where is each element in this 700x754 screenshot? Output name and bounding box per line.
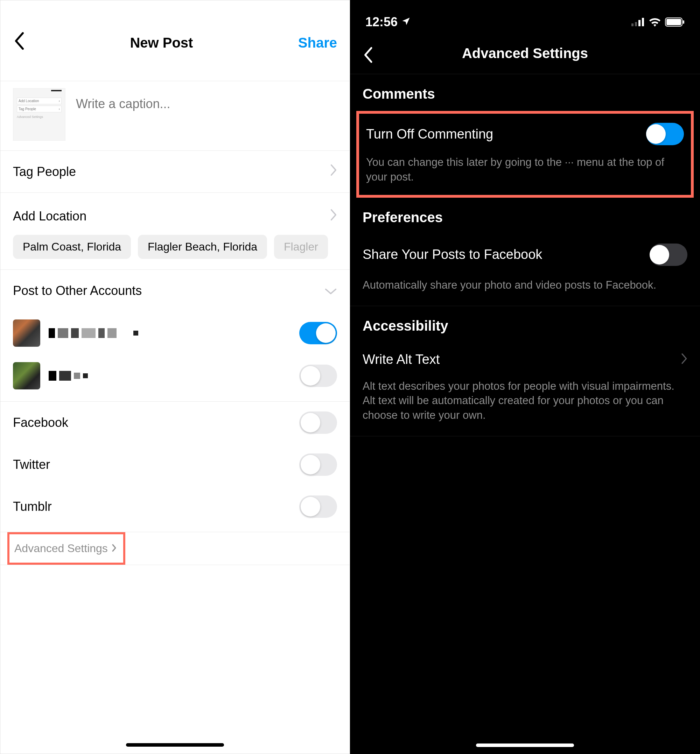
advanced-settings-section: Advanced Settings bbox=[0, 532, 350, 565]
chevron-right-icon bbox=[329, 164, 337, 180]
wifi-icon bbox=[649, 17, 661, 27]
add-location-row[interactable]: Add Location bbox=[0, 193, 350, 235]
back-button[interactable] bbox=[362, 46, 373, 65]
chevron-left-icon bbox=[13, 36, 25, 54]
advanced-settings-screen: 12:56 bbox=[350, 0, 700, 754]
share-to-facebook-toggle[interactable] bbox=[650, 244, 688, 266]
page-title: Advanced Settings bbox=[462, 45, 588, 61]
location-arrow-icon bbox=[401, 15, 411, 30]
post-other-accounts-label: Post to Other Accounts bbox=[13, 283, 142, 298]
chevron-right-icon bbox=[329, 209, 337, 224]
status-time: 12:56 bbox=[366, 15, 398, 30]
post-other-accounts-row[interactable]: Post to Other Accounts bbox=[0, 270, 350, 312]
status-bar: 12:56 bbox=[350, 0, 700, 39]
chevron-left-icon bbox=[362, 59, 373, 65]
home-indicator bbox=[126, 743, 224, 747]
write-alt-text-label: Write Alt Text bbox=[362, 352, 440, 367]
comments-section-title: Comments bbox=[350, 74, 700, 111]
tumblr-toggle[interactable] bbox=[299, 495, 337, 518]
caption-row: Add Location› Tag People› Advanced Setti… bbox=[0, 81, 350, 151]
facebook-toggle[interactable] bbox=[299, 412, 337, 434]
share-tumblr-row: Tumblr bbox=[0, 485, 350, 532]
tag-people-label: Tag People bbox=[13, 164, 76, 179]
account-row bbox=[0, 354, 350, 401]
caption-input[interactable] bbox=[76, 88, 337, 111]
location-chip[interactable]: Palm Coast, Florida bbox=[13, 235, 131, 259]
advanced-settings-row[interactable]: Advanced Settings bbox=[7, 532, 125, 565]
accessibility-section-title: Accessibility bbox=[350, 306, 700, 343]
write-alt-text-row[interactable]: Write Alt Text bbox=[350, 343, 700, 376]
advanced-settings-header: Advanced Settings bbox=[350, 39, 700, 74]
chevron-right-icon bbox=[111, 543, 117, 554]
write-alt-text-desc: Alt text describes your photos for peopl… bbox=[350, 376, 700, 437]
account-toggle[interactable] bbox=[299, 322, 337, 344]
svg-rect-6 bbox=[683, 20, 684, 24]
turn-off-commenting-row: Turn Off Commenting bbox=[359, 114, 691, 152]
avatar bbox=[13, 320, 40, 347]
cellular-signal-icon bbox=[631, 18, 645, 26]
svg-rect-1 bbox=[635, 22, 637, 26]
post-thumbnail[interactable]: Add Location› Tag People› Advanced Setti… bbox=[13, 88, 66, 140]
back-button[interactable] bbox=[13, 31, 25, 55]
share-facebook-row: Facebook bbox=[0, 401, 350, 444]
share-button[interactable]: Share bbox=[298, 35, 337, 51]
location-chip[interactable]: Flagler bbox=[274, 235, 328, 259]
turn-off-commenting-label: Turn Off Commenting bbox=[366, 126, 493, 142]
turn-off-commenting-highlight: Turn Off Commenting You can change this … bbox=[356, 111, 694, 198]
share-to-facebook-row: Share Your Posts to Facebook bbox=[350, 234, 700, 275]
svg-rect-2 bbox=[638, 20, 641, 26]
add-location-label: Add Location bbox=[13, 209, 86, 223]
new-post-header: New Post Share bbox=[0, 0, 350, 81]
social-label: Tumblr bbox=[13, 499, 52, 514]
battery-icon bbox=[665, 17, 684, 27]
account-username bbox=[48, 328, 291, 338]
chevron-down-icon bbox=[325, 283, 337, 298]
advanced-settings-label: Advanced Settings bbox=[14, 542, 108, 555]
share-twitter-row: Twitter bbox=[0, 444, 350, 485]
account-username bbox=[48, 370, 291, 381]
location-chips: Palm Coast, Florida Flagler Beach, Flori… bbox=[0, 235, 350, 270]
turn-off-commenting-toggle[interactable] bbox=[646, 123, 684, 145]
social-label: Twitter bbox=[13, 457, 50, 472]
page-title: New Post bbox=[130, 35, 193, 51]
location-chip[interactable]: Flagler Beach, Florida bbox=[138, 235, 267, 259]
turn-off-commenting-desc: You can change this later by going to th… bbox=[359, 152, 691, 195]
share-to-facebook-label: Share Your Posts to Facebook bbox=[362, 247, 542, 262]
home-indicator bbox=[476, 743, 574, 747]
share-to-facebook-desc: Automatically share your photo and video… bbox=[350, 275, 700, 306]
svg-rect-3 bbox=[642, 18, 644, 26]
new-post-screen: New Post Share Add Location› Tag People›… bbox=[0, 0, 350, 754]
preferences-section-title: Preferences bbox=[350, 198, 700, 234]
svg-rect-5 bbox=[666, 19, 681, 25]
svg-rect-0 bbox=[631, 23, 633, 26]
chevron-right-icon bbox=[680, 353, 688, 366]
twitter-toggle[interactable] bbox=[299, 453, 337, 476]
account-row bbox=[0, 312, 350, 354]
avatar bbox=[13, 362, 40, 389]
social-label: Facebook bbox=[13, 415, 68, 430]
tag-people-row[interactable]: Tag People bbox=[0, 151, 350, 193]
account-toggle[interactable] bbox=[299, 365, 337, 387]
